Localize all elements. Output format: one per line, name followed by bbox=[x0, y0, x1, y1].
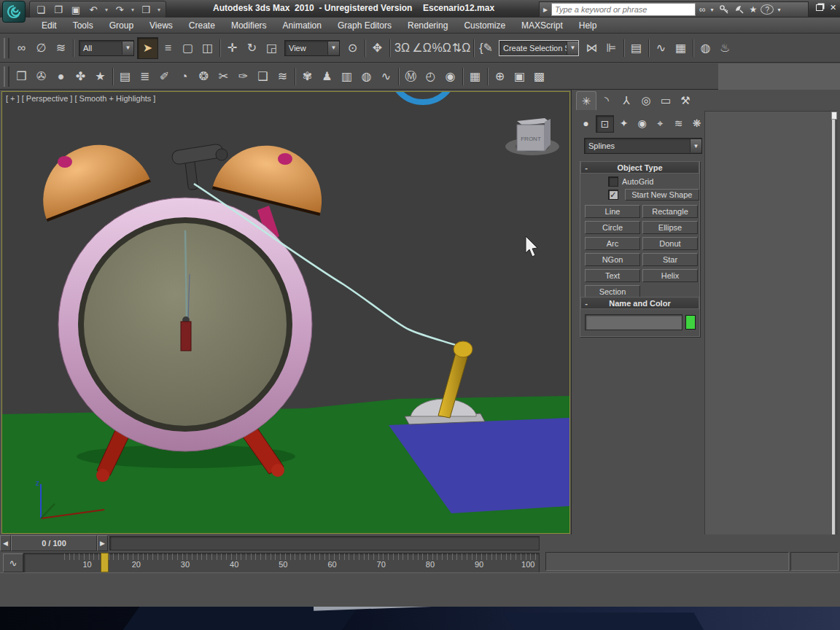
curve-editor-icon[interactable]: ∿ bbox=[651, 38, 671, 58]
object-color-swatch[interactable] bbox=[685, 315, 696, 330]
separator[interactable] bbox=[460, 66, 465, 87]
select-and-link-icon[interactable]: ∞ bbox=[12, 38, 31, 58]
menu-item[interactable]: Modifiers bbox=[223, 19, 275, 32]
knot-icon[interactable]: ✾ bbox=[298, 66, 317, 87]
communication-center-icon[interactable] bbox=[733, 4, 746, 15]
notes-icon[interactable]: ▦ bbox=[465, 66, 485, 87]
reference-coordinate-dropdown[interactable]: View▼ bbox=[284, 40, 340, 56]
primitives-cubes-icon[interactable]: ❒ bbox=[12, 66, 31, 87]
magnifier-dots-icon[interactable]: ⊕ bbox=[490, 66, 510, 87]
category-helpers-icon[interactable]: ⌖ bbox=[652, 115, 669, 131]
close-button[interactable]: ✕ bbox=[828, 2, 839, 12]
shape-subcategory-dropdown[interactable]: Splines▼ bbox=[584, 138, 702, 154]
current-frame-marker[interactable] bbox=[101, 553, 109, 572]
marker-icon[interactable]: ✑ bbox=[233, 66, 253, 87]
align-icon[interactable]: ⊫ bbox=[602, 38, 621, 58]
separator[interactable] bbox=[691, 38, 696, 58]
tab-create-icon[interactable]: ✳ bbox=[576, 91, 596, 110]
book-icon[interactable]: ❑ bbox=[253, 66, 273, 87]
search-arrow-icon[interactable]: ▸ bbox=[542, 4, 549, 15]
start-new-shape-checkbox[interactable]: ✓ bbox=[608, 190, 618, 200]
name-color-rollout-header[interactable]: - Name and Color bbox=[580, 297, 699, 309]
menu-item[interactable]: Animation bbox=[275, 19, 330, 32]
category-systems-icon[interactable]: ❋ bbox=[688, 115, 705, 131]
chevron-down-icon[interactable]: ▼ bbox=[567, 42, 578, 55]
category-geometry-icon[interactable]: ● bbox=[578, 115, 594, 131]
mirror-icon[interactable]: ⋈ bbox=[582, 38, 602, 58]
percent-snap-icon[interactable]: %Ω bbox=[432, 38, 451, 58]
help-icon[interactable]: ? bbox=[761, 4, 774, 15]
menu-item[interactable]: Edit bbox=[34, 19, 65, 32]
layer-manager-icon[interactable]: ▤ bbox=[626, 38, 646, 58]
snaps-toggle-3d-icon[interactable]: 3Ω bbox=[392, 38, 412, 58]
gear-icon[interactable]: ❂ bbox=[194, 66, 214, 87]
pen-icon[interactable]: ✐ bbox=[155, 66, 174, 87]
select-and-scale-icon[interactable]: ◲ bbox=[262, 38, 281, 58]
chevron-down-icon[interactable]: ▼ bbox=[327, 42, 339, 55]
separator[interactable] bbox=[485, 66, 490, 87]
object-type-button[interactable]: Star bbox=[642, 253, 698, 266]
category-lights-icon[interactable]: ✦ bbox=[615, 115, 632, 131]
object-type-rollout-header[interactable]: - Object Type bbox=[580, 161, 699, 174]
toolbar-drag-handle[interactable] bbox=[4, 66, 9, 87]
perspective-viewport[interactable]: FRONT z bbox=[1, 91, 570, 534]
object-type-button[interactable]: Donut bbox=[642, 237, 698, 250]
object-type-button[interactable]: Rectangle bbox=[642, 205, 698, 218]
waves-icon[interactable]: ≋ bbox=[273, 66, 292, 87]
select-and-move-icon[interactable]: ✛ bbox=[222, 38, 242, 58]
undo-dropdown-icon[interactable]: ▾ bbox=[103, 3, 110, 16]
separator[interactable] bbox=[471, 38, 476, 58]
search-input[interactable] bbox=[551, 3, 696, 16]
new-scene-icon[interactable]: ❏ bbox=[33, 3, 49, 16]
menu-item[interactable]: Graph Editors bbox=[330, 19, 400, 32]
toolbar-drag-handle[interactable] bbox=[4, 38, 9, 58]
select-object-icon[interactable]: ➤ bbox=[137, 37, 158, 59]
separator[interactable] bbox=[362, 38, 368, 58]
menu-item[interactable]: Tools bbox=[65, 19, 101, 32]
separator[interactable] bbox=[110, 66, 115, 87]
select-by-name-icon[interactable]: ≡ bbox=[158, 38, 178, 58]
menu-item[interactable]: Help bbox=[571, 19, 605, 32]
figure-icon[interactable]: ♟ bbox=[317, 66, 337, 87]
project-dropdown-icon[interactable]: ▾ bbox=[155, 3, 163, 16]
open-file-icon[interactable]: ❐ bbox=[50, 3, 66, 16]
spinner-snap-icon[interactable]: ⇅Ω bbox=[451, 38, 471, 58]
menu-item[interactable]: Views bbox=[141, 19, 181, 32]
menu-item[interactable]: Rendering bbox=[400, 19, 456, 32]
wall-icon[interactable]: ▥ bbox=[337, 66, 357, 87]
menu-item[interactable]: Create bbox=[181, 19, 223, 32]
left-bell-knob[interactable] bbox=[58, 156, 72, 168]
panel-icon[interactable]: ▤ bbox=[115, 66, 135, 87]
collapse-icon[interactable]: - bbox=[581, 163, 591, 172]
right-bell-knob[interactable] bbox=[278, 153, 292, 165]
spinner-top-icon[interactable]: ✤ bbox=[71, 66, 90, 87]
previous-frame-arrow[interactable]: ◀ bbox=[0, 535, 11, 551]
object-type-button[interactable]: Ellipse bbox=[642, 221, 698, 234]
angle-snap-icon[interactable]: ∠Ω bbox=[412, 38, 432, 58]
binoculars-dropdown-icon[interactable]: ▾ bbox=[709, 4, 715, 15]
menu-item[interactable]: Group bbox=[101, 19, 141, 32]
object-type-button[interactable]: Circle bbox=[585, 221, 640, 234]
tab-hierarchy-icon[interactable]: ⅄ bbox=[617, 91, 636, 109]
selection-filter-dropdown[interactable]: All▼ bbox=[79, 40, 134, 56]
render-setup-icon[interactable]: ♨ bbox=[715, 38, 735, 58]
object-name-field[interactable] bbox=[585, 314, 682, 330]
panel-scrollbar-thumb[interactable] bbox=[831, 112, 837, 120]
next-frame-arrow[interactable]: ▶ bbox=[97, 535, 108, 551]
separator[interactable] bbox=[621, 38, 626, 58]
start-new-shape-button[interactable]: Start New Shape bbox=[625, 189, 699, 201]
collapse-icon[interactable]: - bbox=[581, 299, 591, 308]
object-type-button[interactable]: NGon bbox=[585, 253, 640, 266]
pruner-icon[interactable]: ✂ bbox=[214, 66, 233, 87]
use-pivot-point-center-icon[interactable]: ⊙ bbox=[343, 38, 362, 58]
cloth-icon[interactable]: ✇ bbox=[31, 66, 51, 87]
object-type-button[interactable]: Text bbox=[585, 269, 640, 282]
separator[interactable] bbox=[396, 66, 401, 87]
help-dropdown-icon[interactable]: ▾ bbox=[776, 4, 782, 15]
material-m-shirt-icon[interactable]: Ⓜ bbox=[401, 66, 421, 87]
object-type-button[interactable]: Line bbox=[585, 205, 640, 218]
separator[interactable] bbox=[71, 38, 76, 58]
select-and-manipulate-icon[interactable]: ✥ bbox=[368, 38, 387, 58]
project-folder-icon[interactable]: ❒ bbox=[138, 3, 154, 16]
bind-to-space-warp-icon[interactable]: ≋ bbox=[51, 38, 71, 58]
